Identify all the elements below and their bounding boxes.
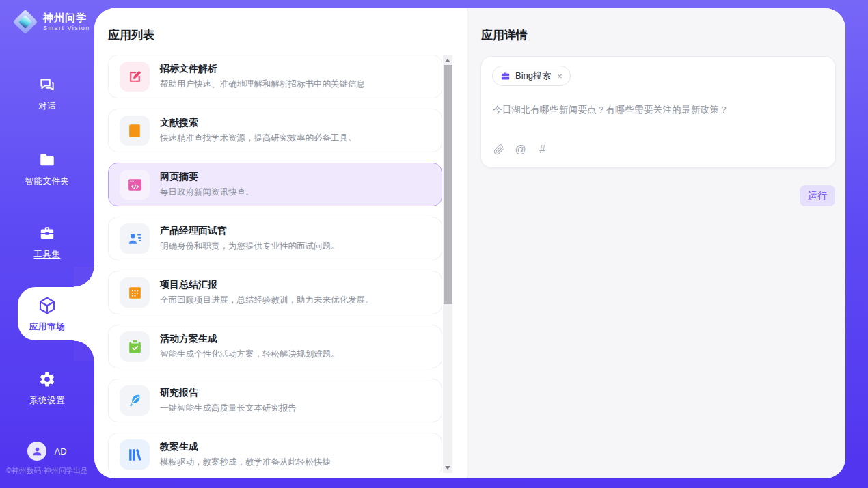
app-card-1[interactable]: 招标文件解析 帮助用户快速、准确地理解和解析招标书中的关键信息 — [108, 55, 442, 98]
app-card-title: 教案生成 — [160, 441, 331, 453]
folder-icon — [38, 151, 56, 169]
sidebar-item-label: 智能文件夹 — [0, 176, 94, 187]
briefcase-icon — [500, 71, 511, 81]
content-sheet: 应用列表 招标文件解析 帮助用户快速、准确地理解和解析招标书中的关键信息 文献搜… — [94, 8, 845, 478]
sidebar: 神州问学 Smart Vision 对话 智能文件夹 工具集 应用市场 系统设置 — [0, 0, 94, 488]
app-card-title: 活动方案生成 — [160, 333, 340, 345]
app-card-title: 研究报告 — [160, 387, 297, 399]
app-card-title: 招标文件解析 — [160, 63, 365, 75]
avatar — [27, 442, 46, 461]
paperclip-icon[interactable] — [493, 144, 504, 155]
app-card-desc: 模板驱动，教案秒成，教学准备从此轻松快捷 — [160, 457, 331, 468]
app-detail-title: 应用详情 — [481, 27, 528, 43]
app-card-8[interactable]: 教案生成 模板驱动，教案秒成，教学准备从此轻松快捷 — [108, 433, 442, 473]
sidebar-item-gear[interactable]: 系统设置 — [0, 370, 94, 407]
note-icon — [120, 277, 150, 308]
scrollbar-thumb[interactable] — [444, 65, 452, 304]
user-row[interactable]: AD — [0, 442, 94, 461]
interviewer-icon — [120, 223, 150, 254]
chip-close-icon[interactable]: × — [557, 72, 562, 81]
app-card-4[interactable]: 产品经理面试官 明确身份和职责，为您提供专业性的面试问题。 — [108, 217, 442, 260]
app-list-panel: 应用列表 招标文件解析 帮助用户快速、准确地理解和解析招标书中的关键信息 文献搜… — [94, 8, 467, 478]
query-input[interactable]: 今日湖北有哪些新闻要点？有哪些需要关注的最新政策？ — [493, 104, 824, 116]
app-card-title: 产品经理面试官 — [160, 225, 340, 237]
gear-icon — [38, 370, 56, 388]
app-card-desc: 明确身份和职责，为您提供专业性的面试问题。 — [160, 241, 340, 252]
mention-icon[interactable]: @ — [515, 144, 526, 155]
app-card-title: 网页摘要 — [160, 171, 254, 183]
app-card-title: 文献搜索 — [160, 117, 357, 129]
app-card-desc: 一键智能生成高质量长文本研究报告 — [160, 403, 297, 414]
sidebar-item-folder[interactable]: 智能文件夹 — [0, 151, 94, 187]
scrollbar[interactable] — [443, 55, 452, 473]
app-detail-panel: 应用详情 Bing搜索 × 今日湖北有哪些新闻要点？有哪些需要关注的最新政策？ … — [467, 8, 845, 478]
app-card-desc: 快速精准查找学术资源，提高研究效率的必备工具。 — [160, 133, 357, 144]
browser-code-icon — [120, 170, 150, 200]
books-icon — [120, 439, 150, 470]
app-detail-card: Bing搜索 × 今日湖北有哪些新闻要点？有哪些需要关注的最新政策？ @ # — [480, 56, 836, 168]
app-card-5[interactable]: 项目总结汇报 全面回顾项目进展，总结经验教训，助力未来优化发展。 — [108, 271, 442, 314]
chat-icon — [38, 76, 56, 94]
research-icon — [120, 385, 150, 416]
sidebar-item-label: 对话 — [0, 100, 94, 112]
app-card-6[interactable]: 活动方案生成 智能生成个性化活动方案，轻松解决规划难题。 — [108, 325, 442, 368]
sidebar-item-label: 应用市场 — [0, 321, 94, 333]
app-card-3[interactable]: 网页摘要 每日政府新闻资讯快查。 — [108, 163, 442, 206]
app-card-desc: 智能生成个性化活动方案，轻松解决规划难题。 — [160, 349, 340, 360]
app-card-desc: 帮助用户快速、准确地理解和解析招标书中的关键信息 — [160, 79, 365, 90]
app-list-title: 应用列表 — [108, 27, 154, 43]
cube-icon — [37, 295, 57, 316]
app-card-2[interactable]: 文献搜索 快速精准查找学术资源，提高研究效率的必备工具。 — [108, 109, 442, 152]
app-list: 招标文件解析 帮助用户快速、准确地理解和解析招标书中的关键信息 文献搜索 快速精… — [108, 55, 442, 473]
app-card-desc: 每日政府新闻资讯快查。 — [160, 187, 254, 198]
app-card-desc: 全面回顾项目进展，总结经验教训，助力未来优化发展。 — [160, 295, 374, 306]
person-icon — [31, 446, 43, 457]
edit-doc-icon — [120, 62, 150, 92]
app-card-7[interactable]: 研究报告 一键智能生成高质量长文本研究报告 — [108, 379, 442, 422]
run-button[interactable]: 运行 — [800, 185, 835, 206]
scroll-up-arrow[interactable] — [443, 55, 452, 65]
brand-diamond-icon — [12, 9, 38, 35]
tool-chip-label: Bing搜索 — [515, 70, 551, 82]
sidebar-item-label: 工具集 — [0, 249, 94, 260]
app-window: 神州问学 Smart Vision 对话 智能文件夹 工具集 应用市场 系统设置 — [0, 0, 868, 488]
sidebar-item-chat[interactable]: 对话 — [0, 76, 94, 112]
app-card-title: 项目总结汇报 — [160, 279, 374, 291]
sidebar-item-label: 系统设置 — [0, 395, 94, 407]
clipboard-check-icon — [120, 331, 150, 362]
scroll-down-arrow[interactable] — [443, 463, 452, 472]
brand-subtitle: Smart Vision — [43, 25, 90, 31]
brand-logo: 神州问学 Smart Vision — [12, 9, 90, 35]
toolbox-icon — [38, 224, 56, 242]
user-name: AD — [54, 446, 66, 457]
copyright: ©神州数码·神州问学出品 — [0, 466, 94, 476]
hash-icon[interactable]: # — [537, 144, 548, 155]
sidebar-item-toolbox[interactable]: 工具集 — [0, 224, 94, 260]
sidebar-item-cube[interactable]: 应用市场 — [0, 282, 94, 346]
book-icon — [120, 116, 150, 146]
brand-name: 神州问学 — [43, 12, 90, 23]
tool-chip-bing-search[interactable]: Bing搜索 × — [492, 66, 571, 86]
